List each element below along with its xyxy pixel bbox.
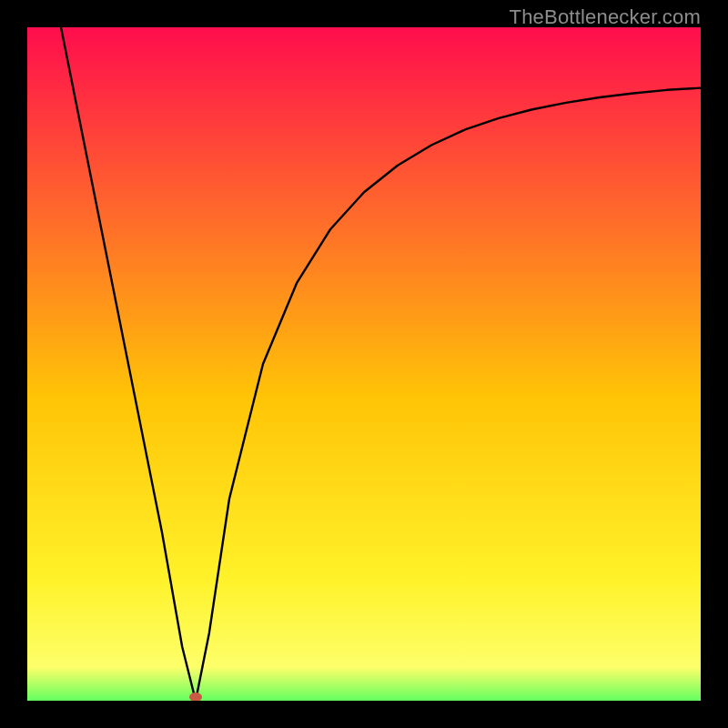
watermark-text: TheBottlenecker.com bbox=[510, 5, 701, 29]
chart-frame bbox=[27, 27, 701, 701]
bottleneck-chart bbox=[27, 27, 701, 701]
